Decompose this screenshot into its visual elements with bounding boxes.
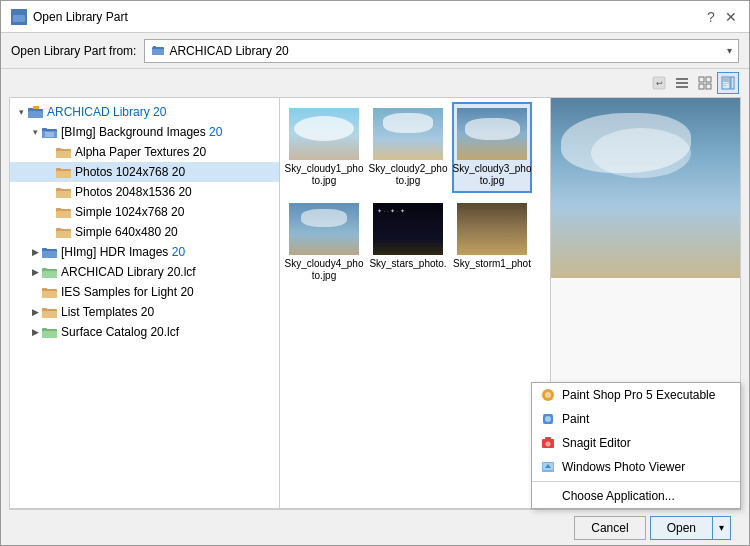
menu-item-paintshop[interactable]: Paint Shop Pro 5 Executable [532, 383, 740, 407]
expand-arrow: ▶ [28, 247, 42, 257]
menu-item-paint[interactable]: Paint [532, 407, 740, 431]
menu-item-paintshop-label: Paint Shop Pro 5 Executable [562, 388, 715, 402]
menu-item-photo-viewer-label: Windows Photo Viewer [562, 460, 685, 474]
tree-label: [BImg] Background Images 20 [61, 125, 222, 139]
menu-item-snagit[interactable]: Snagit Editor [532, 431, 740, 455]
menu-item-snagit-label: Snagit Editor [562, 436, 631, 450]
svg-rect-10 [676, 86, 688, 88]
svg-rect-22 [28, 108, 33, 110]
source-dropdown[interactable]: ARCHICAD Library 20 ▾ [144, 39, 739, 63]
expand-arrow: ▶ [28, 267, 42, 277]
preview-image [551, 98, 740, 278]
file-thumb-cloudy4[interactable]: Sky_cloudy4_pho to.jpg [284, 197, 364, 288]
tree-item-surface-catalog[interactable]: ▶ Surface Catalog 20.lcf [10, 322, 279, 342]
help-button[interactable]: ? [703, 9, 719, 25]
svg-rect-11 [699, 77, 704, 82]
tree-item-bimg[interactable]: ▾ [BImg] Background Images 20 [10, 122, 279, 142]
folder-icon [56, 205, 72, 219]
svg-rect-1 [13, 15, 25, 22]
title-bar-buttons: ? ✕ [703, 9, 739, 25]
dialog-icon [11, 9, 27, 25]
folder-hdimg-icon [42, 245, 58, 259]
tree-item-list-templates[interactable]: ▶ List Templates 20 [10, 302, 279, 322]
svg-rect-39 [56, 208, 61, 210]
tree-item-simple-640[interactable]: ▶ Simple 640x480 20 [10, 222, 279, 242]
open-dropdown-menu: Paint Shop Pro 5 Executable Paint Snagit… [531, 382, 741, 509]
menu-item-photo-viewer[interactable]: Windows Photo Viewer [532, 455, 740, 479]
thumbnail-stars [373, 203, 443, 255]
tree-item-alpha[interactable]: ▶ Alpha Paper Textures 20 [10, 142, 279, 162]
tree-item-simple-1024[interactable]: ▶ Simple 1024x768 20 [10, 202, 279, 222]
folder-icon [56, 145, 72, 159]
open-dropdown-arrow[interactable]: ▾ [713, 516, 731, 540]
folder-icon [28, 105, 44, 119]
tree-item-himg[interactable]: ▶ [HImg] HDR Images 20 [10, 242, 279, 262]
tree-item-ies[interactable]: ▶ IES Samples for Light 20 [10, 282, 279, 302]
svg-rect-18 [723, 83, 729, 84]
svg-rect-50 [42, 291, 57, 298]
tree-item-photos-2048[interactable]: ▶ Photos 2048x1536 20 [10, 182, 279, 202]
svg-rect-63 [545, 437, 551, 440]
tree-panel: ▾ ARCHICAD Library 20 ▾ [10, 98, 280, 508]
svg-rect-35 [56, 191, 71, 198]
file-label-cloudy2: Sky_cloudy2_pho to.jpg [369, 163, 448, 187]
file-thumb-cloudy2[interactable]: Sky_cloudy2_pho to.jpg [368, 102, 448, 193]
svg-rect-27 [45, 132, 54, 137]
file-label-cloudy3: Sky_cloudy3_pho to.jpg [453, 163, 532, 187]
close-button[interactable]: ✕ [723, 9, 739, 25]
preview-view-button[interactable] [717, 72, 739, 94]
svg-rect-38 [56, 211, 71, 218]
tree-item-archicad-library[interactable]: ▾ ARCHICAD Library 20 [10, 102, 279, 122]
snagit-icon [540, 436, 556, 450]
open-library-dialog: Open Library Part ? ✕ Open Library Part … [0, 0, 750, 546]
source-toolbar: Open Library Part from: ARCHICAD Library… [1, 33, 749, 69]
svg-rect-4 [152, 49, 164, 55]
tree-label: Surface Catalog 20.lcf [61, 325, 179, 339]
open-button-group: Open ▾ [650, 516, 731, 540]
folder-icon [56, 225, 72, 239]
svg-rect-14 [706, 84, 711, 89]
file-thumb-cloudy3[interactable]: Sky_cloudy3_pho to.jpg [452, 102, 532, 193]
expand-arrow: ▾ [28, 127, 42, 137]
svg-point-59 [545, 392, 551, 398]
menu-item-paint-label: Paint [562, 412, 589, 426]
grid-view-button[interactable] [694, 72, 716, 94]
title-bar-left: Open Library Part [11, 9, 128, 25]
svg-rect-54 [42, 308, 47, 310]
svg-rect-57 [42, 328, 47, 330]
tree-label: Simple 1024x768 20 [75, 205, 184, 219]
paintshop-icon [540, 388, 556, 402]
folder-bimg-icon [42, 125, 58, 139]
thumbnail-cloudy1 [289, 108, 359, 160]
files-panel: Sky_cloudy1_pho to.jpg Sky_cloudy2_pho t… [280, 98, 550, 508]
tree-item-photos-1024[interactable]: ▶ Photos 1024x768 20 [10, 162, 279, 182]
svg-rect-56 [42, 331, 57, 338]
expand-arrow: ▾ [14, 107, 28, 117]
dialog-title: Open Library Part [33, 10, 128, 24]
svg-rect-13 [699, 84, 704, 89]
svg-rect-48 [42, 268, 47, 270]
folder-lcf2-icon [42, 325, 58, 339]
tree-item-lcf[interactable]: ▶ ARCHICAD Library 20.lcf [10, 262, 279, 282]
menu-item-choose-app-label: Choose Application... [562, 489, 675, 503]
folder-icon [42, 285, 58, 299]
svg-rect-47 [42, 271, 57, 278]
thumbnail-cloudy3 [457, 108, 527, 160]
svg-rect-41 [56, 231, 71, 238]
expand-arrow: ▶ [28, 307, 42, 317]
menu-item-choose-app[interactable]: Choose Application... [532, 484, 740, 508]
file-thumb-storm[interactable]: Sky_storm1_phot [452, 197, 532, 288]
list-view-button[interactable] [671, 72, 693, 94]
file-label-stars: Sky_stars_photo. [369, 258, 446, 270]
svg-text:↩: ↩ [656, 79, 663, 88]
file-thumb-cloudy1[interactable]: Sky_cloudy1_pho to.jpg [284, 102, 364, 193]
thumbnail-cloudy2 [373, 108, 443, 160]
cancel-button[interactable]: Cancel [574, 516, 645, 540]
file-thumb-stars[interactable]: Sky_stars_photo. [368, 197, 448, 288]
back-button[interactable]: ↩ [648, 72, 670, 94]
svg-rect-8 [676, 78, 688, 80]
svg-rect-5 [153, 46, 156, 48]
svg-rect-19 [723, 85, 727, 86]
open-button[interactable]: Open [650, 516, 713, 540]
tree-label: Alpha Paper Textures 20 [75, 145, 206, 159]
